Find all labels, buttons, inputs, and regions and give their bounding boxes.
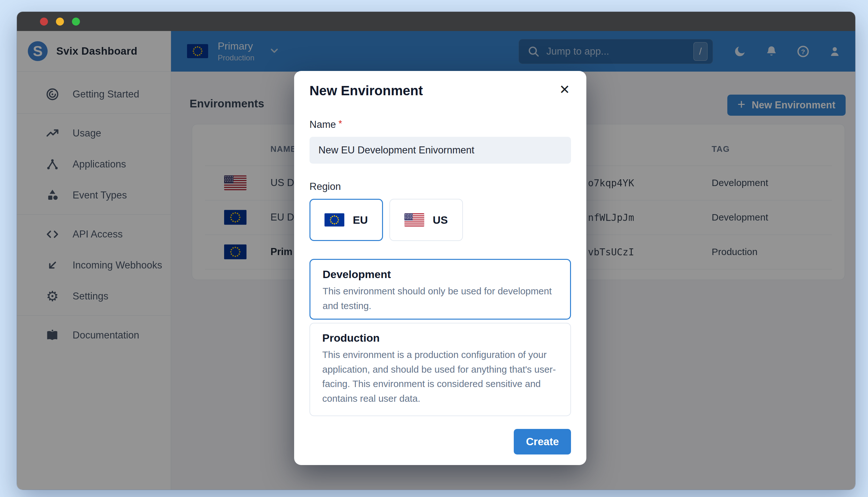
- moon-icon[interactable]: [733, 44, 747, 58]
- eu-flag-icon: [224, 210, 246, 225]
- us-flag-icon: [224, 175, 246, 190]
- environment-tag: Production: [218, 53, 255, 62]
- sidebar-item-label: Settings: [73, 290, 109, 302]
- region-option-us[interactable]: US: [389, 199, 463, 241]
- environment-name: Primary: [218, 40, 255, 52]
- eu-flag-icon: [187, 44, 208, 58]
- topbar-icon-group: ?: [733, 44, 842, 58]
- brand-name: Svix Dashboard: [56, 45, 138, 57]
- brand-header: S Svix Dashboard: [17, 31, 171, 72]
- jump-to-app-input[interactable]: [546, 46, 687, 57]
- environment-switcher[interactable]: Primary Production: [187, 40, 280, 62]
- desktop-background: S Svix Dashboard Getting Started: [0, 0, 868, 497]
- region-option-eu[interactable]: EU: [310, 199, 383, 241]
- region-option-label: EU: [353, 214, 368, 226]
- environment-labels: Primary Production: [218, 40, 255, 62]
- bell-icon[interactable]: [765, 44, 779, 58]
- modal-title: New Environment: [310, 83, 423, 98]
- environment-tag-cell: Production: [712, 246, 757, 257]
- required-asterisk: *: [339, 118, 342, 128]
- svix-logo: S: [28, 41, 48, 61]
- gear-icon: ⚙: [45, 289, 60, 304]
- sidebar-item-applications[interactable]: Applications: [17, 148, 171, 180]
- svix-logo-letter: S: [33, 43, 43, 60]
- modal-close-button[interactable]: ✕: [556, 81, 573, 98]
- sidebar-item-label: Incoming Webhooks: [73, 259, 162, 271]
- goal-icon: [45, 87, 60, 102]
- environment-name-cell: US D: [270, 177, 294, 188]
- environment-id-cell: o7kqp4YK: [588, 178, 634, 188]
- slash-shortcut-badge: /: [694, 42, 708, 61]
- sidebar-item-label: Getting Started: [73, 88, 139, 100]
- env-type-description: This environment is a production configu…: [322, 347, 558, 406]
- environment-tag-cell: Development: [712, 212, 768, 223]
- env-type-title: Production: [322, 332, 558, 344]
- book-icon: [45, 328, 60, 343]
- new-environment-button-label: New Environment: [752, 99, 835, 111]
- help-icon[interactable]: ?: [796, 44, 810, 58]
- name-field-label: Name*: [310, 118, 342, 130]
- sidebar-item-settings[interactable]: ⚙ Settings: [17, 281, 171, 312]
- sidebar-item-api-access[interactable]: API Access: [17, 218, 171, 250]
- env-type-development-option[interactable]: Development This environment should only…: [310, 259, 571, 320]
- environment-tag-cell: Development: [712, 178, 768, 188]
- topbar: Primary Production: [171, 31, 855, 72]
- sidebar-item-usage[interactable]: Usage: [17, 118, 171, 148]
- sidebar-item-label: Usage: [73, 128, 101, 139]
- window-maximize-button[interactable]: [72, 17, 80, 26]
- svg-text:?: ?: [801, 48, 805, 55]
- window-titlebar: [17, 12, 855, 31]
- search-icon: [527, 45, 540, 58]
- create-button[interactable]: Create: [514, 429, 571, 454]
- sidebar-divider: [17, 113, 171, 114]
- search-box[interactable]: /: [518, 39, 713, 64]
- sidebar-item-getting-started[interactable]: Getting Started: [17, 79, 171, 110]
- sidebar-item-label: Applications: [73, 158, 126, 170]
- env-type-description: This environment should only be used for…: [323, 284, 558, 313]
- environment-id-cell: vbTsUCzI: [588, 246, 634, 258]
- new-environment-button[interactable]: + New Environment: [727, 95, 845, 116]
- region-field-label: Region: [310, 181, 341, 193]
- env-type-title: Development: [323, 268, 558, 281]
- environment-name-cell: Prim: [270, 246, 293, 258]
- new-environment-modal: New Environment ✕ Name* Region EU: [294, 71, 586, 465]
- sidebar-item-incoming-webhooks[interactable]: Incoming Webhooks: [17, 250, 171, 281]
- chevron-down-icon: [269, 45, 280, 58]
- sidebar-divider: [17, 315, 171, 316]
- region-option-label: US: [432, 214, 447, 226]
- sidebar-item-event-types[interactable]: Event Types: [17, 180, 171, 211]
- close-icon: ✕: [559, 82, 570, 97]
- window-close-button[interactable]: [40, 17, 48, 26]
- page-title: Environments: [189, 97, 264, 110]
- eu-flag-icon: [325, 213, 344, 227]
- trend-up-icon: [45, 126, 60, 141]
- environment-name-cell: EU D: [270, 212, 294, 223]
- eu-flag-icon: [224, 244, 246, 259]
- sidebar-nav: Getting Started Usage: [17, 72, 171, 351]
- arrow-down-left-icon: [45, 258, 60, 273]
- column-header-name: NAME: [270, 144, 296, 154]
- sidebar-item-label: API Access: [73, 228, 123, 240]
- sidebar-item-label: Event Types: [73, 189, 127, 201]
- code-icon: [45, 227, 60, 242]
- app-window: S Svix Dashboard Getting Started: [17, 12, 855, 489]
- sidebar-item-documentation[interactable]: Documentation: [17, 320, 171, 351]
- user-icon[interactable]: [828, 44, 842, 58]
- us-flag-icon: [404, 213, 424, 227]
- shapes-icon: [45, 188, 60, 203]
- sidebar: S Svix Dashboard Getting Started: [17, 31, 171, 489]
- network-icon: [45, 157, 60, 172]
- sidebar-item-label: Documentation: [73, 329, 139, 341]
- sidebar-divider: [17, 214, 171, 215]
- environment-name-input[interactable]: [310, 137, 571, 164]
- window-minimize-button[interactable]: [56, 17, 64, 26]
- env-type-production-option[interactable]: Production This environment is a product…: [310, 323, 571, 416]
- environment-id-cell: nfWLJpJm: [588, 212, 634, 223]
- column-header-tag: TAG: [712, 144, 730, 154]
